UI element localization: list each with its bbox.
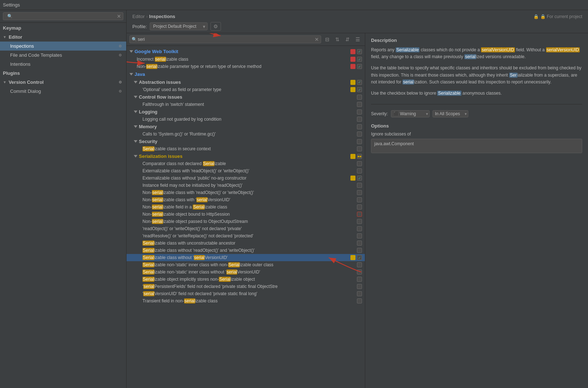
inspection-instance-field[interactable]: Instance field may not be initialized by… bbox=[127, 182, 365, 189]
implicitly-stores-checkbox[interactable] bbox=[357, 277, 362, 282]
scope-select[interactable]: In All Scopes In Tests Only bbox=[433, 110, 468, 117]
inspection-nonstatic-nosvuid[interactable]: Serializable non-'static' inner class wi… bbox=[127, 268, 365, 276]
for-current-project[interactable]: 🔒 🔒 For current project bbox=[533, 14, 582, 19]
gwt-item-2-checkbox[interactable] bbox=[357, 64, 362, 69]
sidebar-item-inspections-label: Inspections bbox=[10, 43, 34, 49]
inspection-comparator[interactable]: Comparator class not declared Serializab… bbox=[127, 160, 365, 167]
subgroup-memory[interactable]: Memory bbox=[127, 123, 365, 130]
inspection-nonserial-rw[interactable]: Non-serializable class with 'readObject(… bbox=[127, 189, 365, 196]
subgroup-logging[interactable]: Logging bbox=[127, 108, 365, 116]
comparator-checkbox[interactable] bbox=[357, 161, 362, 166]
inspection-search-input[interactable] bbox=[129, 35, 321, 43]
collapse-all-button[interactable]: ⇵ bbox=[344, 35, 351, 43]
logging-call-checkbox[interactable] bbox=[357, 117, 362, 122]
sidebar-item-commit-dialog[interactable]: Commit Dialog ⚙ bbox=[0, 87, 126, 96]
inspection-persistent-fields[interactable]: 'serialPersistentFields' field not decla… bbox=[127, 283, 365, 290]
sidebar-search-input[interactable]: inspe bbox=[3, 12, 123, 20]
sidebar-item-editor[interactable]: ▼ Editor bbox=[0, 33, 126, 42]
gwt-checkbox[interactable] bbox=[357, 49, 362, 54]
options-title: Options bbox=[371, 123, 582, 129]
inspection-nonstatic-noserial[interactable]: Serializable non-'static' inner class wi… bbox=[127, 261, 365, 268]
sidebar-item-inspections[interactable]: Inspections ⚙ bbox=[0, 42, 126, 51]
serialization-checkbox[interactable]: ■ bbox=[357, 154, 362, 159]
security-checkbox[interactable] bbox=[357, 139, 362, 144]
inspection-nonserial-oos[interactable]: Non-serializable object passed to Object… bbox=[127, 218, 365, 225]
sidebar-item-plugins[interactable]: Plugins bbox=[0, 69, 126, 78]
inspection-gwt-1[interactable]: Incorrect serializable class bbox=[127, 56, 365, 63]
instance-field-checkbox[interactable] bbox=[357, 183, 362, 188]
gwt-item-1-severity bbox=[350, 57, 355, 62]
nonserial-rw-checkbox[interactable] bbox=[357, 190, 362, 195]
inspection-nonserial-http[interactable]: Non-serializable object bound to HttpSes… bbox=[127, 211, 365, 218]
readobject-private-severity bbox=[350, 226, 355, 231]
profile-select[interactable]: Project Default Project Default bbox=[150, 22, 208, 30]
inspection-readobject-private[interactable]: 'readObject()' or 'writeObject()' not de… bbox=[127, 225, 365, 232]
nonserial-svuid-checkbox[interactable] bbox=[357, 197, 362, 202]
nonserial-field-checkbox[interactable] bbox=[357, 204, 362, 210]
sidebar-item-file-templates[interactable]: File and Code Templates ⚙ bbox=[0, 51, 126, 60]
expand-all-button[interactable]: ⇅ bbox=[333, 35, 341, 43]
nonserial-rw-severity bbox=[350, 190, 355, 195]
memory-checkbox[interactable] bbox=[357, 124, 362, 129]
subgroup-serialization[interactable]: Serialization issues ■ bbox=[127, 152, 365, 160]
readresolve-protected-checkbox[interactable] bbox=[357, 233, 362, 238]
inspection-nonserial-svuid[interactable]: Non-serializable class with 'serialVersi… bbox=[127, 196, 365, 203]
inspection-readresolve-protected[interactable]: 'readResolve()' or 'writeReplace()' not … bbox=[127, 232, 365, 240]
gwt-item-1-checkbox[interactable] bbox=[357, 57, 362, 62]
inspection-gwt-2[interactable]: Non-serializable parameter type or retur… bbox=[127, 63, 365, 70]
inspection-search-clear[interactable]: ✕ bbox=[315, 36, 319, 42]
description-para-1: Reports any Serializable classes which d… bbox=[371, 47, 582, 60]
nonstatic-noserial-checkbox[interactable] bbox=[357, 262, 362, 267]
inspection-optional[interactable]: 'Optional' used as field or parameter ty… bbox=[127, 86, 365, 93]
nonstatic-nosvuid-checkbox[interactable] bbox=[357, 270, 362, 275]
inspection-externalizable-noarg[interactable]: Externalizable class without 'public' no… bbox=[127, 174, 365, 182]
inspection-logging-call[interactable]: Logging call not guarded by log conditio… bbox=[127, 116, 365, 123]
sidebar-item-intentions[interactable]: Intentions bbox=[0, 60, 126, 69]
logging-checkbox[interactable] bbox=[357, 109, 362, 115]
inspection-svuid-not-private[interactable]: 'serialVersionUID' field not declared 'p… bbox=[127, 290, 365, 297]
controlflow-checkbox[interactable] bbox=[357, 95, 362, 100]
optional-checkbox[interactable] bbox=[357, 87, 362, 92]
transient-nonserial-checkbox[interactable] bbox=[357, 298, 362, 303]
inspection-nonserial-field[interactable]: Non-serializable field in a Serializable… bbox=[127, 203, 365, 211]
inspection-without-rw[interactable]: Serializable class without 'readObject()… bbox=[127, 247, 365, 254]
subgroup-controlflow[interactable]: Control flow issues bbox=[127, 93, 365, 101]
externalizable-noarg-checkbox[interactable] bbox=[357, 176, 362, 181]
without-rw-checkbox[interactable] bbox=[357, 248, 362, 253]
profile-gear-button[interactable]: ⚙ bbox=[210, 22, 221, 31]
sidebar-item-version-control[interactable]: ▼ Version Control ⚙ bbox=[0, 78, 126, 87]
group-gwt[interactable]: Google Web Toolkit bbox=[127, 47, 365, 56]
inspection-gc[interactable]: Calls to 'System.gc()' or 'Runtime.gc()' bbox=[127, 130, 365, 138]
severity-select[interactable]: ⬛ Warning Error Weak Warning Information bbox=[391, 110, 430, 117]
inspection-externalizable-rw[interactable]: Externalizable class with 'readObject()'… bbox=[127, 167, 365, 174]
nonserial-oos-checkbox[interactable] bbox=[357, 219, 362, 224]
inspection-serializable-secure[interactable]: Serializable class in secure context bbox=[127, 145, 365, 152]
abstraction-checkbox[interactable] bbox=[357, 80, 362, 85]
options-button[interactable]: ☰ bbox=[354, 35, 362, 43]
inspection-fallthrough[interactable]: Fallthrough in 'switch' statement bbox=[127, 101, 365, 108]
inspection-transient-nonserial[interactable]: Transient field in non-serializable clas… bbox=[127, 297, 365, 305]
readobject-private-checkbox[interactable] bbox=[357, 226, 362, 231]
nonserial-http-checkbox[interactable] bbox=[357, 212, 362, 217]
filter-button[interactable]: ⊟ bbox=[323, 35, 331, 43]
persistent-fields-checkbox[interactable] bbox=[357, 284, 362, 289]
inspection-unconstructable[interactable]: Serializable class with unconstructable … bbox=[127, 240, 365, 247]
unconstructable-checkbox[interactable] bbox=[357, 241, 362, 246]
options-input-box[interactable]: java.awt.Component bbox=[371, 139, 582, 153]
without-svuid-checkbox[interactable] bbox=[357, 255, 362, 260]
subgroup-abstraction[interactable]: Abstraction issues bbox=[127, 78, 365, 86]
group-java[interactable]: Java bbox=[127, 70, 365, 78]
externalizable-rw-checkbox[interactable] bbox=[357, 168, 362, 173]
sidebar-item-keymap[interactable]: Keymap bbox=[0, 23, 126, 33]
sidebar-search-clear[interactable]: ✕ bbox=[117, 13, 121, 19]
implicitly-stores-text: Serializable object implicitly stores no… bbox=[142, 277, 349, 282]
serializable-secure-checkbox[interactable] bbox=[357, 146, 362, 151]
breadcrumb-sep: › bbox=[146, 14, 148, 19]
subgroup-security[interactable]: Security bbox=[127, 138, 365, 145]
settings-icon-commit: ⚙ bbox=[119, 89, 122, 93]
svuid-not-private-checkbox[interactable] bbox=[357, 291, 362, 296]
gc-checkbox[interactable] bbox=[357, 132, 362, 137]
fallthrough-checkbox[interactable] bbox=[357, 102, 362, 107]
inspection-implicitly-stores[interactable]: Serializable object implicitly stores no… bbox=[127, 276, 365, 283]
inspection-without-svuid[interactable]: Serializable class without 'serialVersio… bbox=[127, 254, 365, 261]
